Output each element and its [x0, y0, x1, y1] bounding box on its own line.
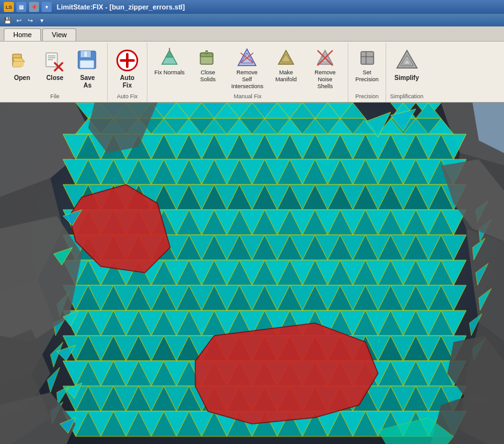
- remove-noise-shells-label: RemoveNoise Shells: [309, 69, 341, 89]
- ribbon: Open Close: [0, 41, 504, 102]
- remove-noise-shells-button[interactable]: RemoveNoise Shells: [306, 45, 344, 92]
- dropdown-icon[interactable]: ▾: [42, 2, 52, 12]
- title-bar-icons: LS ▤ 📌 ▾: [4, 2, 52, 12]
- mesh-viewport: [0, 103, 504, 444]
- set-precision-button[interactable]: SetPrecision: [352, 45, 382, 86]
- svg-rect-9: [84, 52, 87, 57]
- svg-rect-2: [48, 55, 55, 57]
- group-manualfix: Fix Normals Close Solids: [147, 43, 348, 102]
- restore-icon: ▤: [16, 2, 26, 12]
- pin-icon: 📌: [29, 2, 39, 12]
- set-precision-icon: [357, 48, 377, 68]
- svg-marker-15: [166, 50, 173, 57]
- qa-redo-btn[interactable]: ↪: [25, 15, 35, 25]
- precision-group-label: Precision: [355, 92, 379, 101]
- file-buttons: Open Close: [6, 44, 103, 92]
- svg-rect-3: [48, 57, 55, 59]
- set-precision-label: SetPrecision: [355, 69, 379, 83]
- save-as-icon: [75, 48, 100, 73]
- qa-undo-btn[interactable]: ↩: [14, 15, 24, 25]
- auto-fix-label: AutoFix: [120, 74, 135, 89]
- manualfix-group-label: Manual Fix: [234, 92, 261, 101]
- autofix-group-label: Auto Fix: [117, 92, 137, 101]
- svg-point-21: [205, 51, 208, 54]
- app-icon: LS: [4, 2, 14, 12]
- close-button[interactable]: Close: [39, 45, 71, 84]
- quick-access-toolbar: 💾 ↩ ↪ ▾: [0, 14, 504, 26]
- close-solids-label: Close Solids: [192, 69, 224, 83]
- fix-normals-button[interactable]: Fix Normals: [151, 45, 188, 79]
- simplification-group-label: Simplification: [390, 92, 423, 101]
- close-solids-icon: [198, 48, 218, 68]
- tab-bar: Home View: [0, 26, 504, 41]
- close-label: Close: [46, 74, 63, 82]
- open-button[interactable]: Open: [6, 45, 38, 84]
- qa-save-btn[interactable]: 💾: [3, 15, 13, 25]
- group-autofix: AutoFix Auto Fix: [108, 43, 147, 102]
- auto-fix-button[interactable]: AutoFix: [112, 45, 143, 92]
- save-as-label: SaveAs: [80, 74, 94, 89]
- open-icon: [9, 48, 35, 73]
- remove-self-intersections-icon: [237, 48, 257, 68]
- simplify-label: Simplify: [394, 74, 419, 82]
- svg-rect-10: [80, 60, 94, 68]
- remove-self-intersections-label: Remove SelfIntersections: [231, 69, 263, 89]
- simplify-button[interactable]: Simplify: [391, 45, 423, 84]
- svg-rect-33: [361, 52, 374, 64]
- open-label: Open: [14, 74, 30, 82]
- make-manifold-icon: [276, 48, 296, 68]
- viewport[interactable]: [0, 103, 504, 444]
- precision-buttons: SetPrecision: [352, 44, 382, 92]
- file-group-label: File: [50, 92, 60, 101]
- manualfix-buttons: Fix Normals Close Solids: [151, 44, 344, 92]
- simplify-icon: [394, 48, 420, 73]
- simplification-buttons: Simplify: [391, 44, 423, 92]
- auto-fix-icon: [115, 48, 140, 73]
- remove-noise-shells-icon: [315, 48, 335, 68]
- group-simplification: Simplify Simplification: [386, 43, 427, 102]
- group-precision: SetPrecision Precision: [348, 43, 386, 102]
- make-manifold-label: Make Manifold: [270, 69, 302, 83]
- make-manifold-button[interactable]: Make Manifold: [267, 45, 305, 86]
- qa-dropdown-btn[interactable]: ▾: [37, 15, 47, 25]
- tab-view[interactable]: View: [42, 28, 76, 41]
- close-icon: [42, 48, 67, 73]
- close-solids-button[interactable]: Close Solids: [189, 45, 227, 86]
- fix-normals-icon: [159, 48, 180, 68]
- save-as-button[interactable]: SaveAs: [72, 45, 103, 92]
- title-bar: LS ▤ 📌 ▾ LimitState:FIX - [bun_zipper_er…: [0, 0, 504, 14]
- fix-normals-label: Fix Normals: [154, 69, 185, 76]
- tab-home[interactable]: Home: [4, 28, 41, 41]
- ribbon-container: Home View Open: [0, 26, 504, 103]
- group-file: Open Close: [3, 43, 108, 102]
- autofix-buttons: AutoFix: [112, 44, 143, 92]
- window-title: LimitState:FIX - [bun_zipper_errors.stl]: [57, 3, 185, 11]
- remove-self-intersections-button[interactable]: Remove SelfIntersections: [228, 45, 266, 92]
- svg-rect-4: [48, 59, 53, 60]
